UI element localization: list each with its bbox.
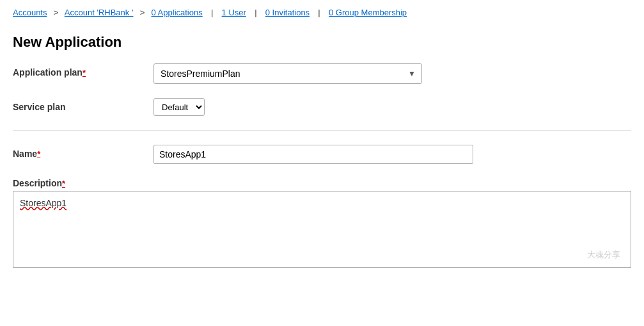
breadcrumb-pipe3: | xyxy=(316,8,323,17)
breadcrumb-user[interactable]: 1 User xyxy=(222,8,246,17)
app-plan-label: Application plan* xyxy=(13,63,153,77)
app-plan-row: Application plan* StoresPremiumPlan xyxy=(13,63,631,84)
name-field xyxy=(153,145,631,164)
form-container: Application plan* StoresPremiumPlan Serv… xyxy=(0,63,644,164)
description-box[interactable]: StoresApp1 大魂分享 xyxy=(13,191,631,268)
watermark: 大魂分享 xyxy=(587,249,620,261)
name-input[interactable] xyxy=(153,145,473,164)
service-plan-row: Service plan Default xyxy=(13,98,631,116)
breadcrumb-invitations[interactable]: 0 Invitations xyxy=(265,8,310,17)
breadcrumb-accounts[interactable]: Accounts xyxy=(13,8,47,17)
name-row: Name* xyxy=(13,145,631,164)
page-title: New Application xyxy=(0,24,644,63)
app-plan-select-wrapper: StoresPremiumPlan xyxy=(153,63,422,84)
description-text: StoresApp1 xyxy=(20,198,67,208)
name-required: * xyxy=(37,149,40,159)
app-plan-select[interactable]: StoresPremiumPlan xyxy=(153,63,422,84)
breadcrumb-sep1: > xyxy=(51,8,61,17)
app-plan-field: StoresPremiumPlan xyxy=(153,63,631,84)
breadcrumb-group-membership[interactable]: 0 Group Membership xyxy=(329,8,407,17)
form-divider xyxy=(13,130,631,131)
name-label: Name* xyxy=(13,145,153,159)
breadcrumb-sep2: > xyxy=(137,8,147,17)
service-plan-select[interactable]: Default xyxy=(153,98,205,116)
description-required: * xyxy=(62,179,65,188)
description-section: Description* StoresApp1 大魂分享 xyxy=(0,178,644,268)
breadcrumb-pipe2: | xyxy=(253,8,260,17)
service-plan-field: Default xyxy=(153,98,631,116)
app-plan-required: * xyxy=(82,68,86,77)
service-plan-label: Service plan xyxy=(13,98,153,112)
breadcrumb-account[interactable]: Account 'RHBank ' xyxy=(65,8,134,17)
breadcrumb-applications[interactable]: 0 Applications xyxy=(152,8,203,17)
breadcrumb-pipe1: | xyxy=(208,8,216,17)
description-label: Description* xyxy=(0,178,644,188)
breadcrumb: Accounts > Account 'RHBank ' > 0 Applica… xyxy=(0,0,644,24)
